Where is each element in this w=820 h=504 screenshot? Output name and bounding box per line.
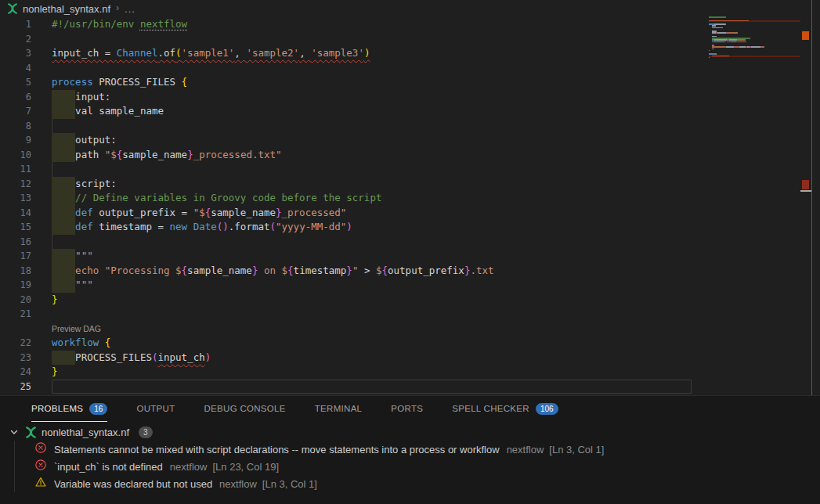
line-number[interactable]: 7	[0, 104, 37, 119]
code-line: 12 script:	[0, 177, 706, 192]
tokens-span: // Define variables in Groovy code befor…	[52, 192, 381, 203]
line-number[interactable]: 12	[0, 177, 37, 192]
code-line-content[interactable]: }	[37, 365, 692, 380]
minimap-token	[733, 20, 740, 22]
code-line-content[interactable]: workflow {	[37, 336, 692, 351]
code-line-content[interactable]: def timestamp = new Date().format("yyyy-…	[37, 220, 692, 235]
line-number[interactable]: 24	[0, 365, 37, 380]
tab-label: PORTS	[391, 404, 423, 413]
code-line-content[interactable]: input_ch = Channel.of('sample1', 'sample…	[37, 46, 692, 61]
line-number[interactable]: 4	[0, 61, 37, 76]
line-number[interactable]: 25	[0, 380, 37, 394]
code-line-content[interactable]	[37, 162, 692, 177]
chevron-down-icon[interactable]	[8, 426, 20, 438]
tab-label: DEBUG CONSOLE	[204, 404, 286, 413]
tab-spell-checker[interactable]: SPELL CHECKER106	[452, 396, 558, 422]
code-token: )	[364, 47, 370, 59]
line-number[interactable]: 2	[0, 32, 37, 47]
line-number[interactable]: 5	[0, 75, 37, 90]
line-number[interactable]: 21	[0, 307, 37, 322]
code-token: output_prefix =	[93, 207, 193, 218]
problems-file-group[interactable]: nonlethal_syntax.nf 3	[0, 423, 820, 441]
line-number[interactable]: 6	[0, 90, 37, 105]
line-number[interactable]: 17	[0, 249, 37, 264]
code-line-content[interactable]: // Define variables in Groovy code befor…	[37, 191, 692, 206]
problem-row[interactable]: `input_ch` is not definednextflow[Ln 23,…	[0, 458, 820, 475]
code-token: Channel	[117, 47, 158, 59]
minimap-token	[728, 56, 729, 57]
code-line-content[interactable]	[37, 307, 692, 322]
line-number[interactable]: 22	[0, 336, 37, 351]
code-token: }	[187, 149, 193, 160]
code-line-content[interactable]: PROCESS_FILES(input_ch)	[37, 351, 692, 365]
code-line-content[interactable]	[37, 32, 692, 47]
code-token	[52, 178, 75, 189]
code-line-content[interactable]: val sample_name	[37, 104, 692, 119]
line-number[interactable]: 14	[0, 206, 37, 221]
code-token: .format	[229, 221, 270, 232]
line-number[interactable]: 9	[0, 133, 37, 148]
line-number[interactable]: 10	[0, 148, 37, 163]
line-number[interactable]: 19	[0, 278, 37, 293]
code-line-content[interactable]: def output_prefix = "${sample_name}_proc…	[37, 206, 692, 221]
minimap[interactable]	[709, 16, 800, 60]
breadcrumb-symbol-more[interactable]: ...	[125, 3, 135, 15]
tokens-span: """	[52, 250, 93, 261]
tokens-span: """	[52, 279, 93, 290]
code-line-content[interactable]: """	[37, 278, 692, 293]
tab-ports[interactable]: PORTS	[391, 396, 423, 422]
breadcrumb[interactable]: nonlethal_syntax.nf › ...	[0, 0, 820, 17]
code-line-content[interactable]: input:	[37, 90, 692, 105]
code-token: (	[175, 47, 182, 59]
breadcrumb-file-name[interactable]: nonlethal_syntax.nf	[23, 3, 110, 15]
overview-ruler-scrollbar[interactable]	[800, 0, 811, 395]
line-number[interactable]: 16	[0, 235, 37, 250]
code-line: 24}	[0, 365, 706, 380]
line-number[interactable]: 8	[0, 119, 37, 134]
code-line-content[interactable]	[37, 380, 692, 394]
line-number[interactable]: 13	[0, 191, 37, 206]
code-line-content[interactable]	[37, 235, 692, 250]
code-line-content[interactable]	[37, 119, 692, 134]
code-token: ,	[234, 47, 246, 59]
code-token: sample_name	[122, 149, 187, 160]
code-line-content[interactable]: path "${sample_name}_processed.txt"	[37, 148, 692, 163]
code-line: 13 // Define variables in Groovy code be…	[0, 191, 706, 206]
tab-debug-console[interactable]: DEBUG CONSOLE	[204, 396, 286, 422]
line-number[interactable]: 15	[0, 220, 37, 235]
code-area[interactable]: 1#!/usr/bin/env nextflow23input_ch = Cha…	[0, 17, 706, 394]
line-number[interactable]: 3	[0, 46, 37, 61]
code-line-content[interactable]: echo "Processing ${sample_name} on ${tim…	[37, 264, 692, 279]
line-number[interactable]: 23	[0, 351, 37, 365]
code-token	[52, 279, 75, 290]
line-number[interactable]: 20	[0, 293, 37, 308]
line-number[interactable]: 18	[0, 264, 37, 279]
code-line-content[interactable]: #!/usr/bin/env nextflow	[37, 17, 692, 32]
tokens-span: workflow {	[52, 337, 110, 348]
problem-row[interactable]: Variable was declared but not usednextfl…	[0, 475, 820, 492]
minimap-token	[709, 57, 710, 59]
problem-row[interactable]: Statements cannot be mixed with script d…	[0, 441, 820, 458]
code-token	[52, 221, 75, 232]
code-token: path	[75, 149, 105, 160]
tab-problems[interactable]: PROBLEMS16	[31, 396, 107, 422]
code-line-content[interactable]: process PROCESS_FILES {	[37, 75, 692, 90]
editor-pane: nonlethal_syntax.nf › ... 1#!/usr/bin/en…	[0, 0, 820, 395]
code-token: Date	[193, 221, 217, 232]
tokens-span: script:	[52, 178, 117, 189]
code-line-content[interactable]	[37, 61, 692, 76]
line-number[interactable]: 11	[0, 162, 37, 177]
line-number[interactable]: 1	[0, 17, 37, 32]
code-token: }	[276, 207, 282, 218]
tokens-span: PROCESS_FILES(input_ch)	[52, 351, 211, 363]
codelens-link[interactable]: Preview DAG	[52, 324, 101, 333]
code-token: {	[287, 265, 294, 276]
code-line-content[interactable]: output:	[37, 133, 692, 148]
code-line-content[interactable]: """	[37, 249, 692, 264]
problem-source: nextflow	[219, 478, 257, 490]
code-line-content[interactable]: }	[37, 293, 692, 308]
code-line-content[interactable]: script:	[37, 177, 692, 192]
code-line: 20}	[0, 293, 706, 308]
tab-terminal[interactable]: TERMINAL	[315, 396, 363, 422]
tab-output[interactable]: OUTPUT	[136, 396, 175, 422]
